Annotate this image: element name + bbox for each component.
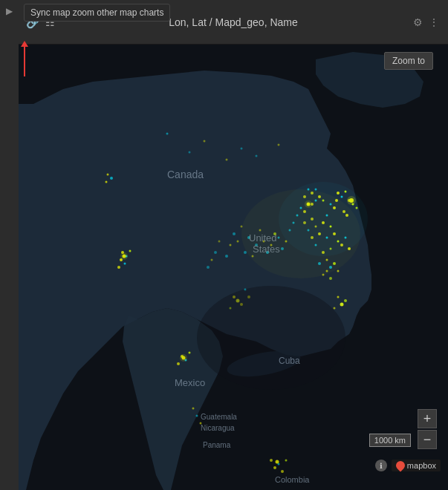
- sync-tooltip: Sync map zoom other map charts: [24, 4, 170, 22]
- svg-point-117: [120, 252, 128, 260]
- svg-point-84: [196, 415, 198, 417]
- sidebar: ▶: [0, 0, 19, 490]
- red-arrow-indicator: [21, 41, 28, 76]
- svg-point-56: [129, 250, 132, 252]
- svg-text:Guatemala: Guatemala: [201, 413, 237, 421]
- svg-point-122: [276, 460, 279, 464]
- gear-icon[interactable]: ⚙: [413, 16, 423, 28]
- svg-text:Panama: Panama: [203, 441, 231, 449]
- arrow-line: [24, 47, 25, 76]
- svg-point-109: [214, 251, 217, 254]
- svg-point-74: [241, 148, 243, 150]
- svg-point-71: [344, 299, 347, 302]
- header-actions: ⚙ ⋮: [404, 16, 448, 28]
- map-container: Canada United States Mexico Cuba Guatema…: [19, 45, 448, 490]
- zoom-controls: + −: [418, 409, 437, 449]
- svg-point-70: [334, 307, 336, 310]
- svg-point-75: [278, 144, 280, 146]
- svg-point-57: [117, 266, 120, 269]
- svg-point-41: [337, 270, 340, 272]
- svg-point-90: [281, 470, 284, 473]
- mapbox-footer: ℹ mapbox: [375, 460, 441, 471]
- svg-point-107: [225, 255, 228, 258]
- svg-point-59: [107, 174, 109, 176]
- svg-point-102: [237, 241, 239, 243]
- info-icon[interactable]: ℹ: [375, 460, 387, 471]
- svg-text:Mexico: Mexico: [175, 377, 205, 388]
- svg-point-76: [256, 155, 258, 157]
- svg-text:Cuba: Cuba: [279, 356, 300, 366]
- map-svg[interactable]: Canada United States Mexico Cuba Guatema…: [19, 45, 448, 490]
- svg-point-83: [192, 408, 195, 410]
- svg-point-77: [226, 159, 228, 161]
- svg-point-110: [211, 259, 213, 261]
- svg-point-78: [189, 151, 191, 154]
- svg-point-118: [340, 303, 344, 307]
- svg-point-61: [105, 181, 108, 183]
- svg-point-82: [189, 352, 191, 354]
- svg-text:Canada: Canada: [167, 169, 204, 180]
- zoom-in-button[interactable]: +: [418, 409, 437, 428]
- svg-point-58: [124, 263, 126, 265]
- scale-bar: 1000 km: [369, 434, 411, 447]
- sidebar-toggle[interactable]: ▶: [0, 0, 19, 22]
- svg-point-121: [180, 354, 187, 362]
- svg-point-60: [110, 177, 113, 180]
- zoom-out-button[interactable]: −: [418, 430, 437, 449]
- zoom-to-button[interactable]: Zoom to: [384, 52, 433, 70]
- svg-point-111: [207, 266, 210, 269]
- svg-point-135: [241, 189, 360, 278]
- svg-point-108: [218, 241, 221, 243]
- svg-point-123: [197, 286, 345, 390]
- svg-text:Nicaragua: Nicaragua: [201, 424, 235, 432]
- svg-point-86: [270, 459, 273, 462]
- svg-point-106: [230, 244, 232, 246]
- mapbox-logo[interactable]: mapbox: [392, 460, 441, 471]
- svg-point-88: [273, 466, 276, 469]
- svg-point-101: [244, 251, 247, 254]
- svg-point-73: [204, 140, 206, 143]
- mapbox-label: mapbox: [407, 461, 436, 470]
- arrow-head: [21, 41, 28, 47]
- svg-point-72: [166, 133, 169, 135]
- svg-point-68: [337, 296, 340, 298]
- mapbox-logo-icon: [394, 460, 406, 472]
- more-icon[interactable]: ⋮: [429, 16, 439, 28]
- svg-text:Colombia: Colombia: [275, 475, 310, 484]
- scale-label: 1000 km: [369, 434, 411, 447]
- svg-point-105: [233, 232, 236, 235]
- svg-point-81: [177, 362, 180, 365]
- svg-point-44: [329, 277, 332, 280]
- svg-point-89: [285, 460, 288, 462]
